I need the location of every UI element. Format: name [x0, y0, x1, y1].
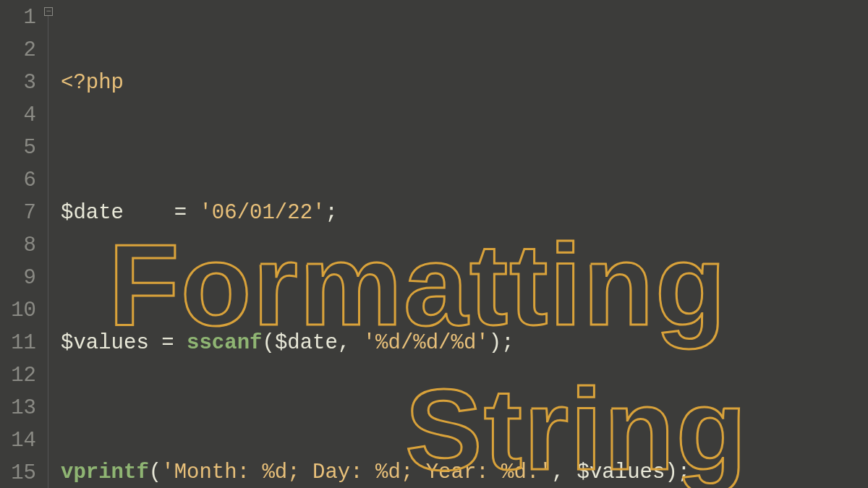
- line-number-gutter: 1 2 3 4 5 6 7 8 9 10 11 12 13 14 15: [0, 0, 43, 488]
- paren: (: [149, 461, 161, 484]
- code-area[interactable]: <?php $date = '06/01/22'; $values = ssca…: [56, 0, 868, 488]
- variable: $date: [61, 201, 124, 225]
- paren: ): [665, 461, 677, 484]
- operator: =: [149, 331, 187, 355]
- fold-toggle-icon[interactable]: −: [44, 7, 53, 16]
- line-number: 2: [0, 34, 36, 67]
- semicolon: ;: [501, 331, 514, 355]
- semicolon: ;: [325, 201, 337, 225]
- fold-guide-line: [48, 16, 48, 488]
- semicolon: ;: [678, 461, 690, 484]
- line-number: 8: [0, 229, 36, 262]
- whitespace: [124, 201, 161, 225]
- function-call: sscanf: [187, 331, 262, 355]
- string-literal: 'Month: %d; Day: %d; Year: %d.': [161, 461, 552, 484]
- operator: =: [161, 201, 199, 225]
- code-line: vprintf('Month: %d; Day: %d; Year: %d.',…: [61, 456, 868, 488]
- line-number: 9: [0, 262, 36, 294]
- string-literal: '06/01/22': [199, 201, 325, 225]
- line-number: 12: [0, 359, 36, 392]
- line-number: 4: [0, 99, 36, 132]
- string-literal: '%d/%d/%d': [363, 331, 489, 355]
- php-open-tag: <?php: [61, 71, 124, 95]
- line-number: 7: [0, 197, 36, 229]
- code-line: <?php: [61, 67, 868, 99]
- paren: ): [489, 331, 501, 355]
- paren: (: [262, 331, 274, 355]
- variable: $values: [61, 331, 149, 355]
- line-number: 14: [0, 424, 36, 457]
- line-number: 1: [0, 1, 36, 34]
- line-number: 15: [0, 457, 36, 488]
- line-number: 11: [0, 327, 36, 359]
- line-number: 6: [0, 164, 36, 197]
- comma: ,: [338, 331, 363, 355]
- code-editor: 1 2 3 4 5 6 7 8 9 10 11 12 13 14 15 − <?…: [0, 0, 868, 488]
- variable: $date: [275, 331, 338, 355]
- line-number: 13: [0, 392, 36, 424]
- function-call: vprintf: [61, 461, 149, 484]
- code-line: $values = sscanf($date, '%d/%d/%d');: [61, 327, 868, 359]
- fold-column: −: [43, 0, 56, 488]
- line-number: 10: [0, 294, 36, 327]
- variable: $values: [577, 461, 665, 484]
- line-number: 5: [0, 132, 36, 164]
- line-number: 3: [0, 67, 36, 99]
- comma: ,: [552, 461, 577, 484]
- code-line: $date = '06/01/22';: [61, 197, 868, 229]
